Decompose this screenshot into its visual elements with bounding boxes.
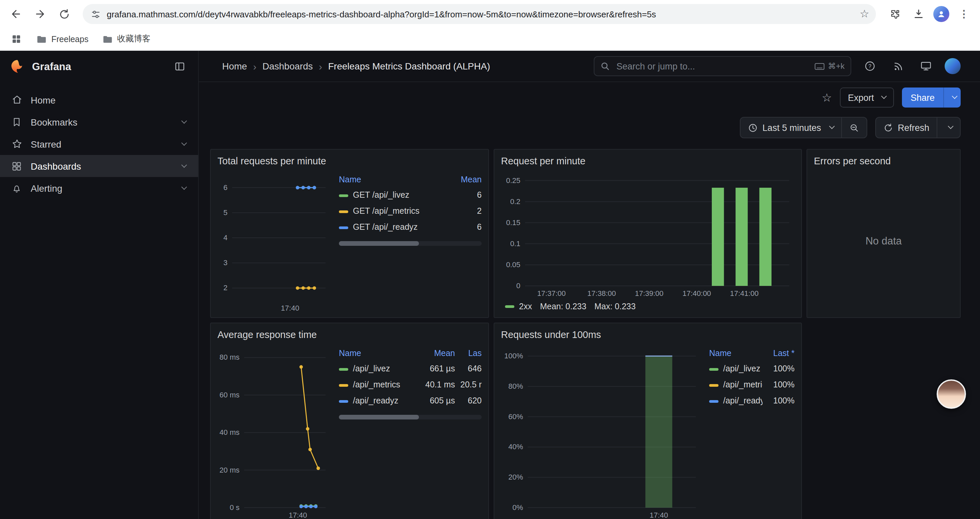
series-dash — [709, 368, 719, 370]
legend-col-last[interactable]: Las — [455, 346, 482, 361]
panel-title[interactable]: Total requests per minute — [218, 153, 482, 168]
legend-row[interactable]: /api/_readyz 100% — [709, 393, 795, 409]
legend-col-name[interactable]: Name — [339, 172, 447, 187]
sidebar-toggle-icon[interactable] — [170, 57, 189, 76]
legend-col-name[interactable]: Name — [339, 346, 414, 361]
zoom-out-button[interactable] — [842, 117, 867, 138]
svg-text:0.1: 0.1 — [510, 240, 520, 248]
panel-title[interactable]: Errors per second — [814, 153, 953, 168]
sidebar-item-label: Alerting — [31, 183, 170, 193]
browser-profile-avatar[interactable] — [933, 6, 949, 22]
bookmark-item-blog[interactable]: 收藏博客 — [102, 34, 150, 45]
legend-row[interactable]: /api/_metrics 40.1 ms 20.5 r — [339, 377, 482, 393]
bookmark-label: 收藏博客 — [117, 34, 150, 45]
extensions-icon[interactable] — [885, 5, 904, 23]
time-range-picker[interactable]: Last 5 minutes — [740, 117, 842, 138]
chevron-down-icon[interactable] — [181, 118, 187, 124]
series-dash — [339, 226, 348, 229]
refresh-interval-dropdown[interactable] — [937, 117, 961, 138]
svg-text:5: 5 — [223, 208, 228, 217]
news-rss-icon[interactable] — [889, 57, 907, 75]
sidebar-item-starred[interactable]: Starred — [0, 133, 198, 155]
series-dash — [709, 384, 719, 386]
help-icon[interactable]: ? — [861, 57, 879, 75]
user-avatar[interactable] — [945, 58, 961, 74]
sidebar: Grafana Home Bookmarks Starred — [0, 51, 199, 519]
series-last: 100% — [762, 393, 795, 409]
export-button[interactable]: Export — [840, 88, 894, 107]
legend-row[interactable]: /api/_livez 661 µs 646 — [339, 361, 482, 377]
bookmark-star-icon[interactable]: ☆ — [859, 9, 869, 19]
legend-row[interactable]: /api/_livez 100% — [709, 361, 795, 377]
legend-col-mean[interactable]: Mean — [414, 346, 455, 361]
scrollbar-thumb[interactable] — [339, 241, 419, 246]
favorite-star-icon[interactable]: ☆ — [822, 92, 832, 103]
bookmark-item-freeleaps[interactable]: Freeleaps — [36, 34, 88, 45]
panel-title[interactable]: Average response time — [218, 327, 482, 342]
legend: 2xx Mean: 0.233 Max: 0.233 — [501, 299, 795, 311]
under-100ms-chart[interactable]: 0%20%40%60%80%100%17:40 — [501, 343, 701, 519]
browser-menu-icon[interactable]: ⋮ — [955, 5, 973, 23]
series-name: /api/_livez — [353, 364, 390, 374]
search-box[interactable]: ⌘+k — [594, 56, 851, 76]
back-button[interactable] — [7, 5, 25, 23]
panel-title[interactable]: Requests under 100ms — [501, 327, 795, 342]
scrollbar-thumb[interactable] — [339, 415, 419, 420]
apps-grid-icon[interactable] — [10, 30, 23, 48]
reload-button[interactable] — [55, 5, 73, 23]
assistant-avatar[interactable] — [937, 379, 966, 409]
svg-text:2: 2 — [223, 284, 228, 292]
panel-title[interactable]: Request per minute — [501, 153, 795, 168]
site-info-icon[interactable] — [89, 8, 102, 20]
legend-col-mean[interactable]: Mean — [447, 172, 482, 187]
time-controls-bar: Last 5 minutes Refresh — [199, 117, 980, 138]
share-button[interactable]: Share — [902, 88, 943, 107]
grafana-header: Home › Dashboards › Freeleaps Metrics Da… — [199, 51, 980, 82]
search-input[interactable] — [615, 61, 809, 72]
series-mean: 661 µs — [414, 361, 455, 377]
share-menu-button[interactable] — [943, 88, 961, 107]
series-dash — [339, 368, 348, 370]
sidebar-item-bookmarks[interactable]: Bookmarks — [0, 111, 198, 133]
downloads-icon[interactable] — [909, 5, 928, 23]
legend-series[interactable]: 2xx — [505, 302, 532, 311]
sidebar-item-label: Dashboards — [31, 161, 170, 171]
main-area: Home › Dashboards › Freeleaps Metrics Da… — [199, 51, 980, 519]
sidebar-item-dashboards[interactable]: Dashboards — [0, 155, 198, 177]
legend-row[interactable]: GET /api/_livez 6 — [339, 187, 482, 203]
series-dash — [505, 305, 514, 308]
series-last: 20.5 r — [455, 377, 482, 393]
panel-average-response-time: Average response time 0 s20 ms40 ms60 ms… — [210, 323, 489, 519]
sidebar-item-alerting[interactable]: Alerting — [0, 177, 198, 199]
breadcrumb-home[interactable]: Home — [222, 61, 247, 72]
series-mean: 6 — [447, 219, 482, 235]
legend-col-last[interactable]: Last * — [762, 346, 795, 361]
legend-row[interactable]: /api/_metrics 100% — [709, 377, 795, 393]
request-per-minute-chart[interactable]: 00.050.10.150.20.2517:37:0017:38:0017:39… — [501, 170, 795, 299]
url-bar[interactable]: grafana.mathmast.com/d/deytv4rwavabkb/fr… — [83, 4, 876, 24]
svg-text:3: 3 — [223, 259, 228, 267]
total-requests-chart[interactable]: 2345617:40 — [218, 170, 331, 314]
url-text[interactable]: grafana.mathmast.com/d/deytv4rwavabkb/fr… — [107, 9, 854, 19]
chevron-down-icon[interactable] — [181, 162, 187, 168]
chevron-down-icon[interactable] — [181, 140, 187, 145]
dashboards-grid-icon — [11, 160, 23, 172]
legend-row[interactable]: GET /api/_readyz 6 — [339, 219, 482, 235]
breadcrumb-dashboards[interactable]: Dashboards — [262, 61, 313, 72]
monitor-icon[interactable] — [916, 57, 935, 75]
refresh-button[interactable]: Refresh — [875, 117, 937, 138]
average-response-chart[interactable]: 0 s20 ms40 ms60 ms80 ms17:40 — [218, 343, 331, 519]
legend-row[interactable]: /api/_readyz 605 µs 620 — [339, 393, 482, 409]
sidebar-item-label: Bookmarks — [31, 117, 170, 127]
chevron-down-icon[interactable] — [181, 184, 187, 190]
svg-text:0 s: 0 s — [230, 503, 240, 512]
sidebar-item-home[interactable]: Home — [0, 89, 198, 111]
legend-row[interactable]: GET /api/_metrics 2 — [339, 203, 482, 219]
folder-icon — [36, 34, 47, 45]
forward-button[interactable] — [31, 5, 49, 23]
svg-text:80 ms: 80 ms — [220, 353, 240, 361]
search-icon — [600, 61, 610, 71]
svg-text:20%: 20% — [508, 473, 523, 481]
legend-col-name[interactable]: Name — [709, 346, 762, 361]
refresh-group: Refresh — [875, 117, 961, 138]
